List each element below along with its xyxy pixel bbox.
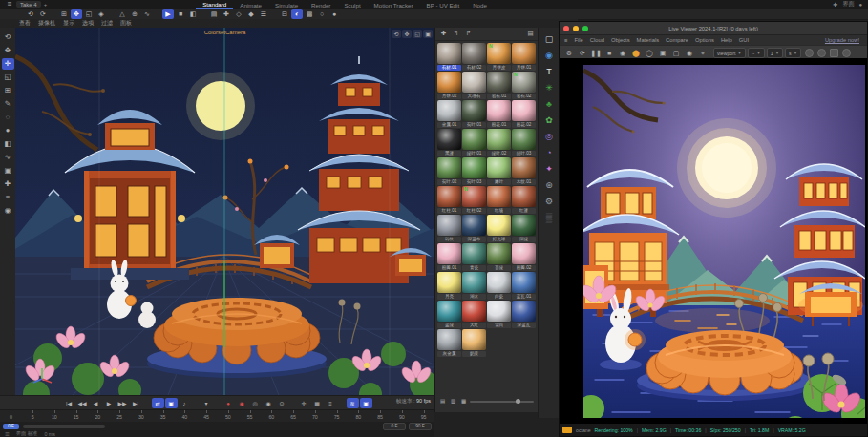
menubar-extra-icon[interactable]: 界面 — [842, 0, 854, 9]
document-tab[interactable]: Take 4 — [16, 1, 41, 8]
transport-button[interactable]: ✛ — [298, 398, 310, 408]
material-item[interactable]: 深蓝瓦 — [512, 301, 536, 328]
toolbar-icon[interactable]: ● — [328, 9, 340, 19]
viewport-menu-item[interactable]: 面板 — [120, 19, 132, 28]
live-viewer-tool-icon[interactable]: ⬤ — [630, 48, 642, 59]
material-list-view-icon[interactable]: ▤ — [525, 30, 536, 39]
toolbar-icon[interactable]: ✚ — [221, 9, 232, 19]
material-item[interactable]: 红墙 — [487, 186, 511, 214]
transport-button[interactable]: ◉ — [236, 398, 248, 408]
live-viewer-menu-item[interactable]: GUI — [739, 37, 749, 43]
plugin-icon[interactable]: ⚙ — [542, 196, 557, 208]
plugin-icon[interactable]: ✦ — [542, 163, 557, 176]
material-item[interactable]: 绿叶.01 — [462, 129, 486, 156]
left-tool-icon[interactable]: ◱ — [2, 72, 14, 83]
material-item[interactable]: 深绿 — [512, 215, 536, 242]
live-viewer-dropdown[interactable]: 1▼ — [767, 48, 783, 58]
material-item[interactable]: 粉花.02 — [512, 100, 536, 128]
live-viewer-menu-item[interactable]: Compare — [666, 37, 688, 43]
material-item[interactable]: 大红 — [462, 301, 486, 328]
left-tool-icon[interactable]: ● — [2, 125, 14, 136]
viewport-nav-icon[interactable]: ◱ — [413, 30, 422, 38]
transport-button[interactable]: ▣ — [165, 398, 178, 408]
live-viewer-tool-icon[interactable]: ◉ — [617, 48, 628, 59]
material-item[interactable]: 深蓝布 — [462, 215, 486, 242]
left-tool-icon[interactable]: ✚ — [2, 178, 14, 190]
left-tool-icon[interactable]: ◉ — [2, 205, 14, 217]
toolbar-icon[interactable]: ◐ — [291, 9, 303, 19]
viewport-menu-item[interactable]: 选项 — [82, 19, 94, 28]
menubar-extra-icon[interactable]: ● — [858, 2, 862, 8]
toolbar-icon[interactable]: ◇ — [233, 9, 244, 19]
transport-button[interactable]: ⇄ — [152, 398, 164, 408]
live-viewer-tool-icon[interactable]: ▣ — [657, 48, 668, 59]
material-item[interactable]: 岩石.01 — [487, 72, 511, 99]
live-viewer-tool-icon[interactable]: ▢ — [670, 48, 682, 59]
transport-button[interactable]: ◎ — [249, 398, 262, 408]
material-item[interactable]: 石材.01 — [437, 43, 461, 71]
viewport-menu-item[interactable]: 过滤 — [101, 19, 113, 28]
material-item[interactable]: 石材.02 — [462, 43, 486, 71]
transport-button[interactable]: ▣ — [360, 398, 372, 408]
material-item[interactable]: 金属.01 — [437, 100, 461, 128]
toolbar-icon[interactable]: ▶ — [162, 9, 174, 19]
toolbar-icon[interactable]: ∿ — [141, 9, 153, 19]
toolbar-icon[interactable]: ◧ — [187, 9, 199, 19]
rendered-image[interactable] — [583, 65, 865, 418]
layout-tab[interactable]: Node — [466, 1, 494, 9]
transport-button[interactable]: ● — [222, 398, 235, 408]
material-item[interactable]: 月亮 — [437, 272, 461, 300]
layout-tab[interactable]: Render — [305, 1, 337, 9]
material-item[interactable]: N 红柱.02 — [462, 186, 486, 214]
layout-tab[interactable]: Simulate — [268, 1, 305, 9]
viewport-3d[interactable] — [15, 28, 434, 395]
toolbar-icon[interactable]: ⟳ — [37, 9, 49, 19]
live-viewer-tool-icon[interactable]: ◯ — [644, 48, 655, 59]
timeline-playhead[interactable]: 0 F — [3, 424, 19, 429]
live-viewer-tool-icon[interactable]: ❚❚ — [590, 48, 602, 59]
plugin-icon[interactable]: T — [542, 66, 557, 78]
live-viewer-dropdown[interactable]: --▼ — [748, 48, 765, 58]
toolbar-icon[interactable]: ▤ — [208, 9, 220, 19]
layout-tab[interactable]: Sculpt — [337, 1, 367, 9]
live-viewer-menu-item[interactable]: Options — [695, 37, 714, 43]
material-item[interactable]: 灯光球 — [487, 215, 511, 242]
material-item[interactable]: 红漆 — [512, 186, 536, 214]
range-start-field[interactable]: 0 F — [383, 423, 406, 430]
new-document-tab-button[interactable]: + — [44, 2, 48, 8]
plugin-icon[interactable]: ✿ — [542, 114, 557, 127]
live-viewer-tool-icon[interactable]: ⚙ — [563, 48, 575, 59]
transport-button[interactable]: ◀◀ — [76, 398, 89, 408]
plugin-icon[interactable]: ♣ — [542, 98, 557, 111]
material-item[interactable]: 湖水 — [462, 272, 486, 300]
live-viewer-tool-icon[interactable]: ⌖ — [697, 48, 709, 59]
layout-tab[interactable]: Standard — [196, 0, 233, 9]
material-item[interactable]: 奶黄 — [462, 329, 486, 357]
render-pass-button[interactable] — [830, 49, 838, 57]
plugin-icon[interactable]: ◉ — [542, 50, 557, 62]
live-viewer-dropdown[interactable]: s▼ — [785, 48, 801, 58]
material-item[interactable]: 荷叶.02 — [437, 157, 461, 185]
toolbar-icon[interactable]: ⊞ — [58, 9, 70, 19]
toolbar-icon[interactable]: ○ — [316, 9, 328, 19]
material-item[interactable]: 红柱.01 — [437, 186, 461, 214]
material-item[interactable]: 粉瓣.01 — [437, 243, 461, 271]
material-item[interactable]: 雪白 — [487, 301, 511, 328]
material-item[interactable]: 大理石 — [462, 72, 486, 99]
render-view[interactable] — [560, 58, 867, 424]
toolbar-icon[interactable]: ◆ — [245, 9, 257, 19]
live-viewer-tool-icon[interactable]: ■ — [603, 48, 615, 59]
left-tool-icon[interactable]: ≡ — [2, 192, 14, 203]
material-item[interactable]: 木纹.01 — [512, 157, 536, 185]
layout-tab[interactable]: BP - UV Edit — [420, 1, 467, 9]
preview-range-bar[interactable] — [23, 425, 105, 428]
viewport-nav-icon[interactable]: ✥ — [402, 30, 412, 38]
transport-button[interactable]: ▾ — [201, 398, 213, 408]
material-item[interactable]: 荷叶.03 — [462, 157, 486, 185]
left-tool-icon[interactable]: ⊞ — [2, 85, 14, 96]
viewport-nav-icon[interactable]: ▣ — [423, 30, 433, 38]
material-item[interactable]: 砖块 — [437, 215, 461, 242]
upgrade-link[interactable]: Upgrade now! — [825, 37, 859, 43]
render-pass-button[interactable] — [817, 49, 826, 57]
transport-button[interactable]: ▶▶ — [116, 398, 129, 408]
